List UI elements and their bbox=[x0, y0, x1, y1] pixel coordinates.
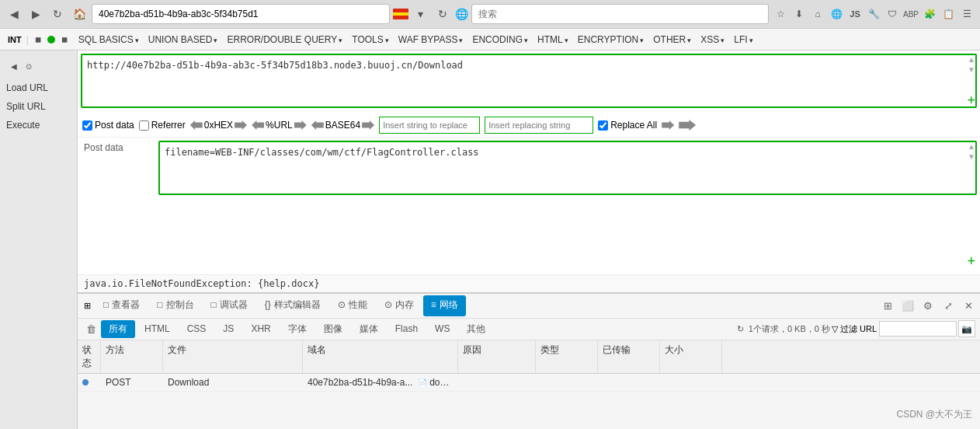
replace-all-checkbox[interactable] bbox=[598, 120, 608, 131]
url-textarea[interactable]: http://40e7b2ba-d51b-4b9a-ab3c-5f34b75d1… bbox=[81, 54, 977, 108]
screenshot-btn[interactable]: 📷 bbox=[958, 320, 975, 337]
network-tab-js[interactable]: JS bbox=[215, 321, 242, 337]
menu-encoding[interactable]: ENCODING bbox=[467, 31, 533, 48]
refresh-icon: ↻ bbox=[737, 324, 744, 334]
referrer-checkbox-label[interactable]: Referrer bbox=[139, 120, 186, 131]
csdn-watermark: CSDN @大不为王 bbox=[896, 408, 972, 421]
network-tab-flash[interactable]: Flash bbox=[387, 321, 426, 337]
green-dot bbox=[47, 36, 55, 44]
load-url-button[interactable]: Load URL bbox=[0, 78, 77, 97]
devtools-tab-memory[interactable]: ⊙ 内存 bbox=[377, 295, 422, 316]
menu-union-based[interactable]: UNION BASED bbox=[144, 31, 223, 48]
menu-tools[interactable]: TOOLS bbox=[347, 31, 393, 48]
inspector-icon: □ bbox=[103, 299, 109, 310]
adblock-icon[interactable]: ABP bbox=[902, 5, 919, 23]
post-data-checkbox-label[interactable]: Post data bbox=[82, 120, 134, 131]
favicon: 🌐 bbox=[455, 8, 468, 20]
menu-waf-bypass[interactable]: WAF BYPASS bbox=[394, 31, 468, 48]
network-tab-ws[interactable]: WS bbox=[427, 321, 457, 337]
inspector-label: 查看器 bbox=[112, 298, 140, 312]
post-textarea[interactable]: filename=WEB-INF/classes/com/wm/ctf/Flag… bbox=[158, 141, 977, 195]
extension1-icon[interactable]: 🔧 bbox=[865, 5, 882, 23]
load-url-label: Load URL bbox=[6, 82, 48, 93]
execute-label: Execute bbox=[6, 120, 40, 131]
bookmark-icon[interactable]: ☆ bbox=[772, 5, 789, 23]
shield-icon[interactable]: 🛡 bbox=[884, 5, 901, 23]
refresh-button[interactable]: ↻ bbox=[48, 5, 67, 23]
devtools-fullscreen-btn[interactable]: ⤢ bbox=[940, 297, 957, 314]
devtools-split-btn[interactable]: ⬜ bbox=[899, 297, 916, 314]
back-button[interactable]: ◀ bbox=[5, 5, 23, 23]
post-plus-button[interactable]: + bbox=[967, 253, 975, 269]
menu-xss[interactable]: XSS bbox=[696, 31, 729, 48]
sidebar-icon: ⊙ bbox=[26, 62, 32, 71]
sidebar: ◀ ⊙ Load URL Split URL Execute bbox=[0, 51, 78, 429]
plus-button[interactable]: + bbox=[967, 92, 975, 108]
watermark-text: CSDN @大不为王 bbox=[896, 409, 972, 420]
scroll-down-icon: ▼ bbox=[968, 65, 975, 74]
network-tab-fonts[interactable]: 字体 bbox=[280, 320, 315, 338]
replace-input[interactable] bbox=[379, 117, 480, 134]
header-file: 文件 bbox=[163, 340, 303, 373]
hex-label: 0xHEX bbox=[204, 120, 233, 131]
network-icon: ≡ bbox=[431, 299, 436, 310]
menu-html[interactable]: HTML bbox=[533, 31, 573, 48]
devtools-toolbar: ⊞ □ 查看器 □ 控制台 □ 调试器 {} 样式编辑器 bbox=[78, 294, 980, 319]
menu-other[interactable]: OTHER bbox=[648, 31, 696, 48]
forward-button[interactable]: ▶ bbox=[26, 5, 45, 23]
replace-all-label[interactable]: Replace All bbox=[598, 120, 657, 131]
menu-icon[interactable]: ☰ bbox=[958, 5, 975, 23]
devtools-tab-debugger[interactable]: □ 调试器 bbox=[203, 295, 255, 316]
sidebar-back-btn[interactable]: ◀ bbox=[5, 57, 23, 75]
devtools-settings-btn[interactable]: ⚙ bbox=[919, 297, 937, 314]
network-tab-images[interactable]: 图像 bbox=[316, 320, 350, 338]
home-button[interactable]: 🏠 bbox=[70, 5, 89, 23]
referrer-checkbox[interactable] bbox=[139, 120, 149, 131]
devtools-tab-inspector[interactable]: □ 查看器 bbox=[96, 295, 148, 316]
menu-nav-left[interactable]: ◼ bbox=[29, 30, 47, 49]
doc-type-icon: 📄 bbox=[418, 378, 427, 387]
home-nav-icon[interactable]: ⌂ bbox=[809, 5, 826, 23]
devtools-resize-icon[interactable]: ⊞ bbox=[81, 299, 94, 312]
arrow-right-replace bbox=[662, 120, 674, 130]
int-label: INT bbox=[3, 32, 26, 47]
arrow-right-hex bbox=[235, 120, 247, 130]
flag-icon bbox=[393, 9, 408, 19]
network-tab-all[interactable]: 所有 bbox=[101, 320, 135, 338]
replacing-input[interactable] bbox=[485, 117, 593, 134]
replace-all-text: Replace All bbox=[610, 120, 657, 131]
network-tab-xhr[interactable]: XHR bbox=[243, 321, 278, 337]
devtools-tab-network[interactable]: ≡ 网络 bbox=[423, 295, 466, 316]
devtools-dock-btn[interactable]: ⊞ bbox=[879, 297, 896, 314]
menu-encryption[interactable]: ENCRYPTION bbox=[573, 31, 648, 48]
menu-error-double[interactable]: ERROR/DOUBLE QUERY bbox=[222, 31, 347, 48]
search-input[interactable] bbox=[471, 4, 770, 24]
globe-icon[interactable]: 🌐 bbox=[828, 5, 845, 23]
table-row[interactable]: POST Download 40e7b2ba-d51b-4b9a-a... 📄 … bbox=[78, 374, 980, 392]
extension2-icon[interactable]: 🧩 bbox=[921, 5, 938, 23]
filter-url-input[interactable] bbox=[879, 321, 957, 337]
filter-icon: ▽ bbox=[832, 324, 838, 334]
menu-nav-right[interactable]: ◼ bbox=[55, 30, 74, 49]
reload-button[interactable]: ↻ bbox=[433, 5, 452, 23]
percent-label: %URL bbox=[266, 120, 293, 131]
js-icon[interactable]: JS bbox=[846, 5, 864, 23]
network-tab-css[interactable]: CSS bbox=[179, 321, 214, 337]
network-tab-html[interactable]: HTML bbox=[137, 321, 178, 337]
devtools-tab-performance[interactable]: ⊙ 性能 bbox=[330, 295, 375, 316]
extension3-icon[interactable]: 📋 bbox=[940, 5, 957, 23]
network-tab-media[interactable]: 媒体 bbox=[352, 320, 386, 338]
post-data-checkbox[interactable] bbox=[82, 120, 92, 131]
devtools-close-btn[interactable]: ✕ bbox=[960, 297, 977, 314]
clear-network-btn[interactable]: 🗑 bbox=[82, 320, 99, 337]
execute-button[interactable]: Execute bbox=[0, 116, 77, 134]
devtools-tab-style-editor[interactable]: {} 样式编辑器 bbox=[257, 295, 328, 316]
split-url-button[interactable]: Split URL bbox=[0, 97, 77, 116]
download-icon[interactable]: ⬇ bbox=[791, 5, 808, 23]
menu-sql-basics[interactable]: SQL BASICS bbox=[74, 31, 144, 48]
network-tab-other[interactable]: 其他 bbox=[459, 320, 493, 338]
menu-lfi[interactable]: LFI bbox=[729, 31, 757, 48]
browser-url-bar[interactable] bbox=[92, 4, 390, 24]
devtools-tab-console[interactable]: □ 控制台 bbox=[149, 295, 201, 316]
dropdown-button[interactable]: ▾ bbox=[412, 5, 430, 23]
